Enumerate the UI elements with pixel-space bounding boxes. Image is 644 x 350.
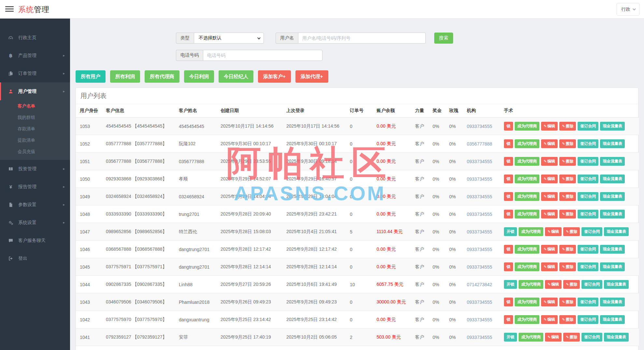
lock-button[interactable]: 锁 [504, 245, 513, 254]
sidebar-subitem-存款清单[interactable]: 存款清单 [0, 123, 70, 134]
sidebar-item-报告管理[interactable]: ¥报告管理▸ [0, 178, 70, 196]
edit-button[interactable]: ✎编辑 [541, 262, 558, 271]
edit-button[interactable]: ✎编辑 [541, 192, 558, 201]
cashflow-button[interactable]: 现金流量表 [600, 175, 625, 183]
sign-contract-button[interactable]: 签订合同 [581, 333, 602, 342]
sign-contract-button[interactable]: 签订合同 [581, 227, 602, 236]
become-agent-button[interactable]: 成为代理商 [515, 298, 539, 306]
organization-link[interactable]: 0933734555 [467, 229, 492, 234]
edit-button[interactable]: ✎编辑 [541, 122, 558, 131]
lock-button[interactable]: 锁 [504, 175, 513, 183]
cashflow-button[interactable]: 现金流量表 [600, 192, 625, 201]
erase-button[interactable]: ✎擦除 [563, 227, 580, 236]
lock-button[interactable]: 锁 [504, 192, 513, 201]
lock-button[interactable]: 锁 [504, 262, 513, 271]
cashflow-button[interactable]: 现金流量表 [600, 298, 625, 306]
unlock-button[interactable]: 开锁 [504, 280, 517, 289]
today-brokers-button[interactable]: 今日经纪人 [219, 70, 253, 83]
sidebar-subitem-我的群组[interactable]: 我的群组 [0, 112, 70, 123]
lock-button[interactable]: 锁 [504, 157, 513, 166]
user-menu-button[interactable]: 行政 [617, 3, 639, 16]
all-users-button[interactable]: 所有用户 [76, 70, 106, 83]
become-agent-button[interactable]: 成为代理商 [519, 333, 543, 342]
organization-link[interactable]: 0933734555 [467, 317, 492, 322]
edit-button[interactable]: ✎编辑 [545, 280, 562, 289]
menu-toggle-icon[interactable] [5, 6, 14, 13]
all-profit-button[interactable]: 所有利润 [110, 70, 140, 83]
sidebar-item-客户服务聊天[interactable]: 客户服务聊天 [0, 231, 70, 249]
erase-button[interactable]: ✎擦除 [559, 139, 576, 148]
sign-contract-button[interactable]: 签订合同 [578, 157, 598, 166]
erase-button[interactable]: ✎擦除 [559, 122, 576, 131]
today-profit-button[interactable]: 今日利润 [184, 70, 214, 83]
sign-contract-button[interactable]: 签订合同 [578, 262, 598, 271]
organization-link[interactable]: 0933734555 [467, 247, 492, 252]
lock-button[interactable]: 锁 [504, 210, 513, 218]
organization-link[interactable]: 0356777888 [467, 141, 492, 147]
organization-link[interactable]: 0933734555 [467, 124, 492, 129]
username-input[interactable] [298, 33, 426, 44]
edit-button[interactable]: ✎编辑 [545, 333, 562, 342]
cashflow-button[interactable]: 现金流量表 [600, 157, 625, 166]
erase-button[interactable]: ✎擦除 [559, 192, 576, 201]
become-agent-button[interactable]: 成为代理商 [515, 210, 539, 218]
edit-button[interactable]: ✎编辑 [541, 175, 558, 183]
edit-button[interactable]: ✎编辑 [541, 245, 558, 254]
edit-button[interactable]: ✎编辑 [541, 298, 558, 306]
search-button[interactable]: 搜索 [434, 33, 453, 44]
organization-link[interactable]: 0933734555 [467, 264, 492, 270]
sidebar-item-系统设置[interactable]: 系统设置▸ [0, 214, 70, 231]
sign-contract-button[interactable]: 签订合同 [578, 192, 598, 201]
unlock-button[interactable]: 开锁 [504, 333, 517, 342]
type-select[interactable]: 不选择默认 [194, 33, 264, 44]
erase-button[interactable]: ✎擦除 [559, 262, 576, 271]
organization-link[interactable]: 0933734555 [467, 194, 492, 199]
lock-button[interactable]: 锁 [504, 315, 513, 324]
edit-button[interactable]: ✎编辑 [545, 227, 562, 236]
become-agent-button[interactable]: 成为代理商 [515, 157, 539, 166]
all-agents-button[interactable]: 所有代理商 [145, 70, 179, 83]
become-agent-button[interactable]: 成为代理商 [515, 262, 539, 271]
organization-link[interactable]: 0933734555 [467, 335, 492, 340]
lock-button[interactable]: 锁 [504, 298, 513, 306]
lock-button[interactable]: 锁 [504, 122, 513, 131]
become-agent-button[interactable]: 成为代理商 [519, 227, 543, 236]
become-agent-button[interactable]: 成为代理商 [515, 315, 539, 324]
sign-contract-button[interactable]: 签订合同 [581, 280, 602, 289]
erase-button[interactable]: ✎擦除 [559, 175, 576, 183]
sidebar-subitem-提款清单[interactable]: 提款清单 [0, 134, 70, 146]
sign-contract-button[interactable]: 签订合同 [578, 139, 598, 148]
sidebar-item-行政主页[interactable]: 行政主页 [0, 29, 70, 47]
sidebar-item-投资管理[interactable]: 投资管理▸ [0, 160, 70, 178]
lock-button[interactable]: 锁 [504, 139, 513, 148]
cashflow-button[interactable]: 现金流量表 [600, 262, 625, 271]
cashflow-button[interactable]: 现金流量表 [600, 210, 625, 218]
become-agent-button[interactable]: 成为代理商 [515, 192, 539, 201]
unlock-button[interactable]: 开锁 [504, 227, 517, 236]
add-customer-button[interactable]: 添加客户+ [258, 70, 291, 83]
become-agent-button[interactable]: 成为代理商 [515, 175, 539, 183]
erase-button[interactable]: ✎擦除 [559, 315, 576, 324]
sign-contract-button[interactable]: 签订合同 [578, 298, 598, 306]
edit-button[interactable]: ✎编辑 [541, 315, 558, 324]
erase-button[interactable]: ✎擦除 [563, 333, 580, 342]
cashflow-button[interactable]: 现金流量表 [600, 245, 625, 254]
erase-button[interactable]: ✎擦除 [559, 157, 576, 166]
edit-button[interactable]: ✎编辑 [541, 210, 558, 218]
sign-contract-button[interactable]: 签订合同 [578, 315, 598, 324]
erase-button[interactable]: ✎擦除 [559, 245, 576, 254]
organization-link[interactable]: 0933734555 [467, 159, 492, 164]
cashflow-button[interactable]: 现金流量表 [604, 227, 629, 236]
sidebar-subitem-客户名单[interactable]: 客户名单 [0, 100, 70, 112]
sidebar-item-用户管理[interactable]: 用户管理▸ [0, 82, 70, 100]
erase-button[interactable]: ✎擦除 [559, 210, 576, 218]
sidebar-item-参数设置[interactable]: 参数设置▸ [0, 196, 70, 214]
cashflow-button[interactable]: 现金流量表 [604, 280, 629, 289]
organization-link[interactable]: 0933734555 [467, 300, 492, 305]
erase-button[interactable]: ✎擦除 [559, 298, 576, 306]
become-agent-button[interactable]: 成为代理商 [515, 122, 539, 131]
organization-link[interactable]: 0714273842 [467, 282, 492, 287]
sidebar-item-订单管理[interactable]: 订单管理▸ [0, 64, 70, 82]
organization-link[interactable]: 0933734555 [467, 176, 492, 182]
organization-link[interactable]: 0933734555 [467, 212, 492, 217]
